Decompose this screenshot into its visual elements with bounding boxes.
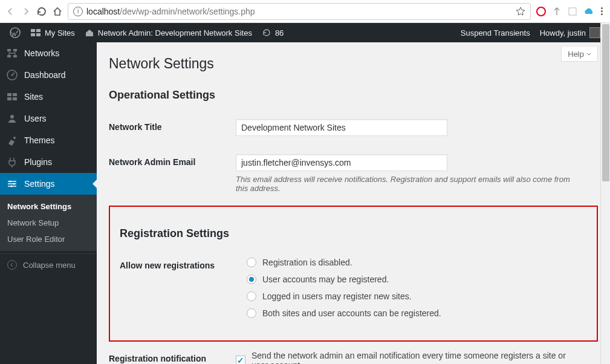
sidebar-submenu: Network Settings Network Setup User Role… xyxy=(0,195,97,251)
sidebar-item-sites[interactable]: Sites xyxy=(0,86,97,108)
help-tab[interactable]: Help xyxy=(561,47,598,62)
submenu-user-role-editor[interactable]: User Role Editor xyxy=(0,231,97,247)
networks-icon xyxy=(6,47,18,59)
svg-rect-4 xyxy=(31,33,35,36)
opera-extension-icon[interactable] xyxy=(536,6,547,17)
dashboard-icon xyxy=(6,69,18,81)
network-admin-label: Network Admin: Development Network Sites xyxy=(98,28,252,37)
admin-email-description: This email address will receive notifica… xyxy=(236,175,574,193)
browser-toolbar: i localhost/dev/wp-admin/network/setting… xyxy=(0,0,610,23)
updates-count: 86 xyxy=(275,28,284,37)
network-admin-menu[interactable]: Network Admin: Development Network Sites xyxy=(80,23,257,42)
sidebar-item-label: Themes xyxy=(24,135,55,145)
sidebar-item-settings[interactable]: Settings xyxy=(0,173,97,195)
page-title: Network Settings xyxy=(109,56,598,72)
sidebar-item-label: Settings xyxy=(24,179,55,189)
svg-rect-9 xyxy=(13,55,17,57)
account-menu[interactable]: Howdy, justin xyxy=(535,23,605,42)
scrollbar[interactable] xyxy=(600,23,610,364)
sidebar-item-networks[interactable]: Networks xyxy=(0,42,97,64)
admin-sidebar: Networks Dashboard Sites Users Themes Pl… xyxy=(0,42,97,364)
cloud-extension-icon[interactable] xyxy=(583,6,594,17)
reload-button[interactable] xyxy=(36,6,47,17)
sidebar-item-label: Users xyxy=(24,114,47,123)
wp-admin-bar: My Sites Network Admin: Development Netw… xyxy=(0,23,610,42)
url-text: localhost/dev/wp-admin/network/settings.… xyxy=(86,7,512,16)
svg-rect-8 xyxy=(7,55,11,57)
svg-point-11 xyxy=(11,74,13,76)
users-icon xyxy=(6,112,18,125)
svg-rect-14 xyxy=(7,97,11,100)
sidebar-item-themes[interactable]: Themes xyxy=(0,129,97,151)
suspend-transients-link[interactable]: Suspend Transients xyxy=(456,23,535,42)
address-bar[interactable]: i localhost/dev/wp-admin/network/setting… xyxy=(68,3,531,20)
forward-button[interactable] xyxy=(21,6,31,17)
home-button[interactable] xyxy=(52,6,63,17)
home-icon xyxy=(85,28,94,37)
svg-rect-3 xyxy=(36,29,41,32)
refresh-icon xyxy=(262,28,271,37)
network-title-input[interactable] xyxy=(236,119,447,136)
svg-rect-13 xyxy=(13,93,17,96)
avatar xyxy=(589,27,600,38)
svg-rect-2 xyxy=(31,29,35,32)
my-sites-menu[interactable]: My Sites xyxy=(25,23,80,42)
sidebar-item-users[interactable]: Users xyxy=(0,108,97,129)
svg-point-17 xyxy=(13,137,16,139)
svg-point-18 xyxy=(10,181,11,183)
extension-icon[interactable] xyxy=(551,6,562,17)
submenu-network-settings[interactable]: Network Settings xyxy=(0,198,97,215)
submenu-network-setup[interactable]: Network Setup xyxy=(0,215,97,231)
wp-logo[interactable] xyxy=(5,23,25,42)
site-info-icon[interactable]: i xyxy=(73,7,83,16)
svg-rect-0 xyxy=(569,8,576,15)
chevron-down-icon xyxy=(586,52,591,57)
reg-option-sites[interactable]: Logged in users may register new sites. xyxy=(247,291,581,301)
reg-option-disabled[interactable]: Registration is disabled. xyxy=(247,258,581,267)
svg-rect-15 xyxy=(13,97,17,100)
sidebar-item-dashboard[interactable]: Dashboard xyxy=(0,64,97,86)
svg-rect-12 xyxy=(7,93,11,96)
heading-operational: Operational Settings xyxy=(109,89,598,102)
svg-rect-7 xyxy=(13,49,17,51)
settings-icon xyxy=(6,178,18,190)
svg-rect-5 xyxy=(36,33,41,36)
sites-icon xyxy=(30,27,41,38)
bookmark-star-icon[interactable] xyxy=(516,7,525,16)
sidebar-item-label: Networks xyxy=(24,48,59,58)
content-area: Help Network Settings Operational Settin… xyxy=(97,42,610,364)
checkbox-checked-icon: ✓ xyxy=(236,356,245,364)
sites-icon xyxy=(6,91,18,103)
svg-point-20 xyxy=(11,186,13,187)
updates-menu[interactable]: 86 xyxy=(257,23,288,42)
heading-registration: Registration Settings xyxy=(120,227,587,240)
howdy-text: Howdy, justin xyxy=(540,28,586,37)
reg-option-both[interactable]: Both sites and user accounts can be regi… xyxy=(247,308,581,318)
network-title-label: Network Title xyxy=(109,110,230,145)
scroll-thumb[interactable] xyxy=(602,24,609,181)
svg-rect-6 xyxy=(7,49,11,51)
sidebar-item-label: Plugins xyxy=(24,157,52,167)
sidebar-item-label: Dashboard xyxy=(24,70,66,80)
allow-registrations-label: Allow new registrations xyxy=(120,249,241,334)
svg-point-16 xyxy=(10,115,14,119)
plugins-icon xyxy=(6,156,18,168)
sidebar-item-plugins[interactable]: Plugins xyxy=(0,151,97,173)
registration-notification-checkbox-row[interactable]: ✓ Send the network admin an email notifi… xyxy=(236,351,592,364)
registration-highlight-box: Registration Settings Allow new registra… xyxy=(109,206,598,342)
reg-option-users[interactable]: User accounts may be registered. xyxy=(247,275,581,284)
collapse-menu-button[interactable]: Collapse menu xyxy=(0,253,97,276)
browser-menu-button[interactable] xyxy=(599,7,605,15)
sidebar-item-label: Sites xyxy=(24,92,43,102)
extension-icon-2[interactable] xyxy=(567,6,578,17)
back-button[interactable] xyxy=(5,6,16,17)
svg-point-19 xyxy=(13,183,15,185)
themes-icon xyxy=(6,134,18,146)
collapse-label: Collapse menu xyxy=(23,261,76,270)
registration-notification-label: Registration notification xyxy=(109,342,230,364)
my-sites-label: My Sites xyxy=(45,28,75,37)
collapse-icon xyxy=(7,260,17,270)
admin-email-input[interactable] xyxy=(236,154,447,171)
admin-email-label: Network Admin Email xyxy=(109,145,230,202)
